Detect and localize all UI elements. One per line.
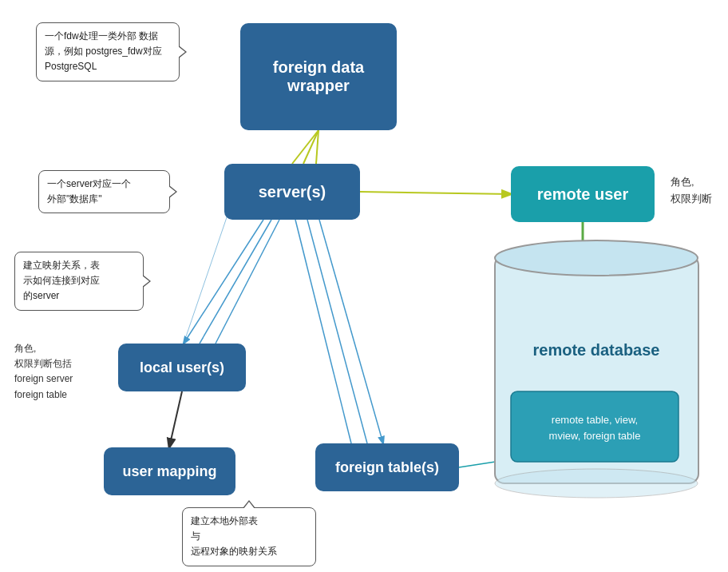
bubble-mapping-text: 建立映射关系，表示如何连接到对应的server (23, 260, 100, 301)
svg-text:mview, foreign table: mview, foreign table (549, 430, 641, 442)
bubble-server-text: 一个server对应一个外部"数据库" (47, 178, 131, 205)
svg-line-3 (360, 192, 511, 194)
svg-line-7 (295, 220, 351, 443)
node-remote-user: remote user (511, 166, 655, 222)
svg-line-9 (319, 220, 383, 443)
svg-rect-18 (511, 391, 679, 462)
svg-line-2 (316, 130, 318, 164)
servers-label: server(s) (259, 183, 326, 201)
fdw-label: foreign data wrapper (240, 58, 397, 95)
local-users-label: local user(s) (140, 359, 224, 376)
bubble-foreign-table-desc: 建立本地外部表与远程对象的映射关系 (182, 507, 316, 566)
user-mapping-label: user mapping (122, 463, 216, 480)
node-foreign-data-wrapper: foreign data wrapper (240, 23, 397, 130)
svg-line-8 (307, 220, 367, 443)
node-local-users: local user(s) (118, 344, 246, 391)
bubble-mapping-desc: 建立映射关系，表示如何连接到对应的server (14, 252, 144, 311)
svg-line-0 (292, 130, 318, 164)
svg-text:remote database: remote database (533, 341, 660, 359)
annotation-remote-user-perm: 角色,权限判断 (671, 174, 712, 208)
diagram-container: remote database remote table, view, mvie… (0, 0, 728, 572)
svg-text:remote table, view,: remote table, view, (552, 414, 638, 426)
foreign-tables-label: foreign table(s) (335, 459, 439, 476)
cylinder-svg: remote database remote table, view, mvie… (491, 236, 702, 499)
annotation-local-user-perm: 角色,权限判断包括foreign serverforeign table (14, 341, 73, 403)
node-user-mapping: user mapping (104, 447, 235, 495)
svg-line-4 (184, 220, 263, 344)
svg-line-1 (303, 130, 318, 164)
svg-line-6 (216, 220, 279, 344)
bubble-foreign-table-text: 建立本地外部表与远程对象的映射关系 (191, 515, 277, 557)
annotation-local-user-text: 角色,权限判断包括foreign serverforeign table (14, 343, 73, 400)
node-foreign-tables: foreign table(s) (315, 443, 459, 491)
svg-point-16 (495, 469, 698, 498)
bubble-server-desc: 一个server对应一个外部"数据库" (38, 170, 170, 213)
svg-line-5 (200, 220, 271, 344)
node-servers: server(s) (224, 164, 360, 220)
bubble-fdw-text: 一个fdw处理一类外部 数据源，例如 postgres_fdw对应 Postgr… (45, 30, 162, 72)
remote-user-label: remote user (537, 185, 629, 204)
svg-line-10 (169, 391, 182, 447)
bubble-fdw-desc: 一个fdw处理一类外部 数据源，例如 postgres_fdw对应 Postgr… (36, 22, 180, 81)
annotation-remote-user-text: 角色,权限判断 (671, 176, 712, 205)
svg-point-15 (495, 240, 698, 276)
